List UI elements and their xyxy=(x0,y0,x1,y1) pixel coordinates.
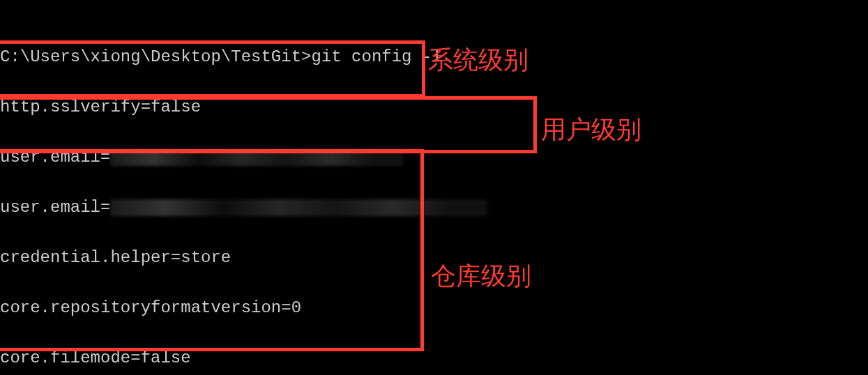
config-key: user.email= xyxy=(0,148,110,167)
config-line: core.filemode=false xyxy=(0,346,868,371)
terminal-output: C:\Users\xiong\Desktop\TestGit>git confi… xyxy=(0,0,868,375)
config-line: credential.helper=store xyxy=(0,245,868,270)
redacted-value xyxy=(110,199,487,216)
config-line: user.email= xyxy=(0,195,868,220)
config-line: http.sslverify=false xyxy=(0,95,868,120)
command: git config -l xyxy=(311,47,441,66)
redacted-value xyxy=(110,149,403,166)
command-line: C:\Users\xiong\Desktop\TestGit>git confi… xyxy=(0,45,868,70)
prompt: C:\Users\xiong\Desktop\TestGit> xyxy=(0,47,311,66)
config-line: user.email= xyxy=(0,145,868,170)
config-line: core.repositoryformatversion=0 xyxy=(0,296,868,321)
config-key: user.email= xyxy=(0,198,110,217)
